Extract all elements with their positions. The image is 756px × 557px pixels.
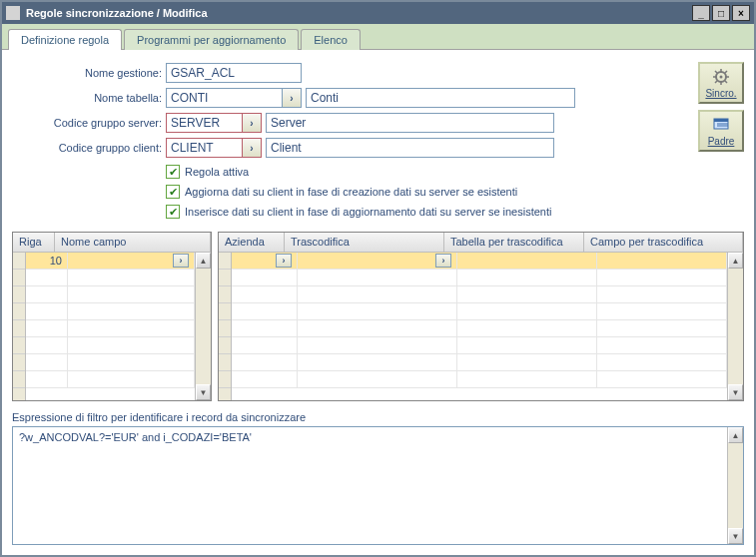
checkbox-inserisce-dati[interactable]: [166, 205, 180, 219]
titlebar: Regole sincronizzazione / Modifica _ □ ×: [2, 2, 754, 24]
table-row[interactable]: [232, 286, 727, 303]
scroll-up-button[interactable]: ▲: [728, 427, 743, 443]
cell-nome-campo[interactable]: ›: [68, 253, 195, 269]
table-row[interactable]: 10 ›: [26, 253, 195, 270]
table-row[interactable]: [26, 354, 195, 371]
label-nome-tabella: Nome tabella:: [12, 92, 166, 104]
table-row[interactable]: [232, 320, 727, 337]
tab-elenco[interactable]: Elenco: [301, 29, 361, 50]
checkbox-regola-attiva-label: Regola attiva: [185, 166, 249, 178]
right-table-scrollbar[interactable]: ▲ ▼: [727, 253, 743, 400]
tables-area: Riga Nome campo 10 ›: [12, 232, 744, 401]
label-codice-gruppo-client: Codice gruppo client:: [12, 142, 166, 154]
right-col-tabella[interactable]: Tabella per trascodifica: [444, 233, 584, 252]
codice-gruppo-server-dropdown-button[interactable]: ›: [242, 113, 262, 133]
checkbox-aggiorna-dati[interactable]: [166, 185, 180, 199]
table-row[interactable]: [232, 303, 727, 320]
codice-gruppo-server-input[interactable]: [166, 113, 242, 133]
nome-campo-dropdown-button[interactable]: ›: [173, 254, 189, 268]
checkbox-regola-attiva[interactable]: [166, 165, 180, 179]
nome-tabella-input[interactable]: [166, 88, 282, 108]
filter-scrollbar[interactable]: ▲ ▼: [727, 427, 743, 544]
tab-bar: Definizione regola Programmi per aggiorn…: [2, 24, 754, 50]
filter-expression-input[interactable]: ?w_ANCODVAL?='EUR' and i_CODAZI='BETA' ▲…: [12, 426, 744, 545]
minimize-button[interactable]: _: [692, 5, 710, 21]
maximize-button[interactable]: □: [712, 5, 730, 21]
checkbox-inserisce-dati-label: Inserisce dati su client in fase di aggi…: [185, 206, 551, 218]
table-row[interactable]: › ›: [232, 253, 727, 270]
padre-icon: [711, 116, 731, 134]
close-button[interactable]: ×: [732, 5, 750, 21]
padre-button-label: Padre: [708, 136, 735, 147]
cell-trascodifica[interactable]: ›: [298, 253, 457, 269]
cell-campo-trascodifica[interactable]: [597, 253, 727, 269]
azienda-dropdown-button[interactable]: ›: [276, 254, 292, 268]
left-gutter: [13, 253, 26, 400]
tab-content: Nome gestione: Nome tabella: › Codice gr…: [2, 50, 754, 555]
tab-programmi-per-aggiornamento[interactable]: Programmi per aggiornamento: [124, 29, 299, 50]
form-area: Nome gestione: Nome tabella: › Codice gr…: [12, 62, 744, 222]
sincro-button-label: Sincro.: [705, 88, 736, 99]
table-row[interactable]: [232, 270, 727, 286]
cell-azienda[interactable]: ›: [232, 253, 298, 269]
scroll-up-button[interactable]: ▲: [196, 253, 211, 269]
svg-point-1: [720, 75, 723, 78]
window: Regole sincronizzazione / Modifica _ □ ×…: [0, 0, 756, 557]
label-codice-gruppo-server: Codice gruppo server:: [12, 117, 166, 129]
svg-rect-3: [714, 119, 728, 122]
right-table: Azienda Trascodifica Tabella per trascod…: [218, 232, 744, 401]
scroll-down-button[interactable]: ▼: [728, 384, 743, 400]
cell-riga: 10: [26, 253, 68, 269]
padre-button[interactable]: Padre: [698, 110, 744, 152]
codice-gruppo-server-desc: [266, 113, 554, 133]
checkbox-aggiorna-dati-label: Aggiorna dati su client in fase di creaz…: [185, 186, 517, 198]
right-col-trascodifica[interactable]: Trascodifica: [285, 233, 444, 252]
table-row[interactable]: [26, 286, 195, 303]
scroll-down-button[interactable]: ▼: [728, 528, 743, 544]
table-row[interactable]: [26, 337, 195, 354]
tab-definizione-regola[interactable]: Definizione regola: [8, 29, 122, 50]
left-table: Riga Nome campo 10 ›: [12, 232, 212, 401]
sincro-button[interactable]: Sincro.: [698, 62, 744, 104]
table-row[interactable]: [232, 371, 727, 388]
trascodifica-dropdown-button[interactable]: ›: [435, 254, 451, 268]
scroll-down-button[interactable]: ▼: [196, 384, 211, 400]
table-row[interactable]: [26, 320, 195, 337]
codice-gruppo-client-input[interactable]: [166, 138, 242, 158]
right-col-azienda[interactable]: Azienda: [219, 233, 285, 252]
left-table-scrollbar[interactable]: ▲ ▼: [195, 253, 211, 400]
table-row[interactable]: [26, 270, 195, 286]
filter-value: ?w_ANCODVAL?='EUR' and i_CODAZI='BETA': [19, 431, 252, 443]
codice-gruppo-client-dropdown-button[interactable]: ›: [242, 138, 262, 158]
gear-icon: [711, 68, 731, 86]
app-icon: [6, 6, 20, 20]
nome-tabella-dropdown-button[interactable]: ›: [282, 88, 302, 108]
left-col-nome-campo[interactable]: Nome campo: [55, 233, 211, 252]
table-row[interactable]: [232, 354, 727, 371]
left-col-riga[interactable]: Riga: [13, 233, 55, 252]
cell-tabella-trascodifica[interactable]: [457, 253, 597, 269]
label-nome-gestione: Nome gestione:: [12, 67, 166, 79]
filter-label: Espressione di filtro per identificare i…: [12, 411, 744, 423]
right-col-campo[interactable]: Campo per trascodifica: [584, 233, 743, 252]
nome-gestione-input[interactable]: [166, 63, 302, 83]
right-gutter: [219, 253, 232, 400]
window-title: Regole sincronizzazione / Modifica: [26, 7, 692, 19]
table-row[interactable]: [232, 337, 727, 354]
nome-tabella-desc: [306, 88, 575, 108]
table-row[interactable]: [26, 303, 195, 320]
scroll-up-button[interactable]: ▲: [728, 253, 743, 269]
codice-gruppo-client-desc: [266, 138, 554, 158]
table-row[interactable]: [26, 371, 195, 388]
